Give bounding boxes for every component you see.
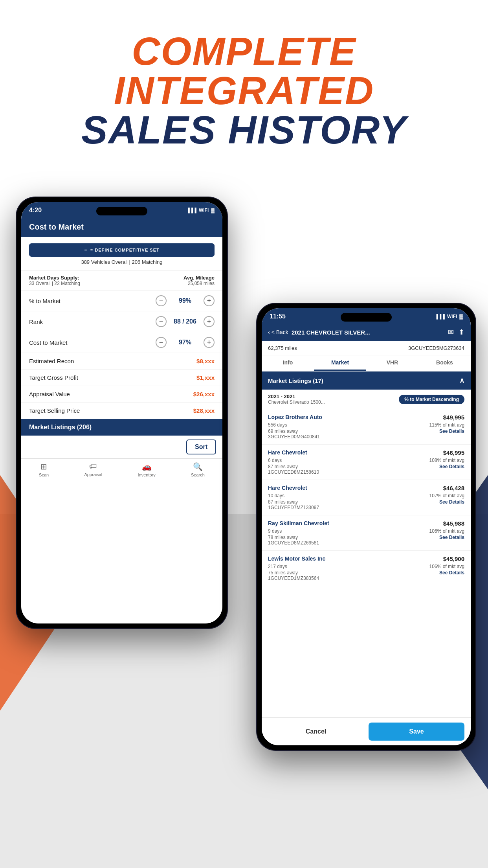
sort-button[interactable]: Sort (186, 440, 216, 454)
phone2-shell: 11:55 ▐▐▐ WiFi ▓ ‹ < Back 2021 CHEVROLET… (256, 303, 476, 751)
listing-days: 6 days (268, 458, 282, 463)
listing-distance: 87 miles away (268, 464, 319, 469)
percent-increase-btn[interactable]: + (204, 295, 215, 306)
nav-search-label: Search (191, 473, 205, 477)
phone2-screen: 11:55 ▐▐▐ WiFi ▓ ‹ < Back 2021 CHEVROLET… (262, 308, 471, 745)
listing-price: $45,988 (443, 520, 464, 527)
tab-vhr[interactable]: VHR (366, 355, 418, 371)
phone1-header: Cost to Market (21, 217, 222, 237)
market-listings-title: Market Listings (206) (29, 424, 92, 430)
nav-scan-label: Scan (39, 473, 49, 477)
estimated-recon-value: $8,xxx (196, 358, 215, 364)
define-competitive-set-button[interactable]: ≡ ≡ DEFINE COMPETITIVE SET (29, 243, 215, 257)
dealer-name[interactable]: Hare Chevrolet (268, 485, 307, 491)
save-button[interactable]: Save (369, 723, 464, 741)
percent-to-market-controls: − 99% + (156, 295, 215, 306)
nav-appraisal[interactable]: 🏷 Appraisal (84, 462, 102, 477)
wifi-icon: WiFi (199, 208, 209, 213)
phone2-time: 11:55 (270, 313, 286, 320)
cost-to-market-label: Cost to Market (29, 339, 68, 346)
dealer-name[interactable]: Ray Skillman Chevrolet (268, 520, 329, 526)
ctm-increase-btn[interactable]: + (204, 337, 215, 348)
listings-container: Lopez Brothers Auto $49,995 556 days 115… (262, 409, 471, 717)
nav-search[interactable]: 🔍 Search (191, 462, 205, 477)
listing-distance: 69 miles away (268, 428, 320, 434)
see-details-link[interactable]: See Details (439, 570, 464, 581)
avg-mileage-stat: Avg. Mileage 25,058 miles (183, 275, 215, 286)
listing-distance: 87 miles away (268, 499, 319, 505)
email-icon[interactable]: ✉ (448, 328, 454, 337)
inventory-icon: 🚗 (142, 462, 152, 471)
listing-distance: 78 miles away (268, 535, 319, 540)
listing-price: $45,900 (443, 555, 464, 562)
filter-info: 2021 - 2021 Chevrolet Silverado 1500... (268, 394, 325, 405)
listing-item: Hare Chevrolet $46,995 6 days 108% of mk… (262, 445, 471, 480)
appraisal-value: $26,xxx (193, 391, 215, 397)
see-details-link[interactable]: See Details (439, 535, 464, 546)
listing-days: 556 days (268, 422, 287, 428)
nav-inventory[interactable]: 🚗 Inventory (138, 462, 156, 477)
percent-to-market-value: 99% (171, 297, 199, 304)
listing-pct: 107% of mkt avg (429, 493, 464, 498)
listing-pct: 108% of mkt avg (429, 458, 464, 463)
ctm-decrease-btn[interactable]: − (156, 337, 167, 348)
hero-line2: SALES HISTORY (24, 110, 464, 149)
cancel-button[interactable]: Cancel (268, 723, 364, 741)
listing-distance: 75 miles away (268, 570, 319, 576)
target-gross-label: Target Gross Profit (29, 374, 78, 381)
market-stats: Market Days Supply: 33 Overall | 22 Matc… (21, 270, 222, 291)
cost-to-market-controls: − 97% + (156, 337, 215, 348)
rank-decrease-btn[interactable]: − (156, 316, 167, 327)
cost-to-market-title: Cost to Market (29, 223, 84, 231)
listing-item: Lewis Motor Sales Inc $45,900 217 days 1… (262, 551, 471, 586)
search-icon: 🔍 (193, 462, 203, 471)
percent-to-market-label: % to Market (29, 298, 61, 304)
rank-label: Rank (29, 318, 43, 325)
listing-vin: 1GCUYEED8MZ266581 (268, 540, 319, 546)
dealer-name[interactable]: Lopez Brothers Auto (268, 414, 322, 420)
phone2-notch (341, 313, 392, 322)
nav-scan[interactable]: ⊞ Scan (39, 462, 49, 477)
target-selling-row: Target Selling Price $28,xxx (21, 403, 222, 419)
hero-line1: COMPLETE INTEGRATED (24, 31, 464, 110)
filter-year: 2021 - 2021 (268, 394, 325, 399)
dealer-name[interactable]: Lewis Motor Sales Inc (268, 555, 325, 562)
nav-appraisal-label: Appraisal (84, 472, 102, 477)
rank-increase-btn[interactable]: + (204, 316, 215, 327)
see-details-link[interactable]: See Details (439, 464, 464, 475)
footer-buttons: Cancel Save (262, 717, 471, 745)
percent-decrease-btn[interactable]: − (156, 295, 167, 306)
estimated-recon-label: Estimated Recon (29, 358, 74, 364)
filter-badge[interactable]: % to Market Descending (399, 395, 464, 404)
avg-mileage-label: Avg. Mileage (183, 275, 215, 281)
listing-pct: 106% of mkt avg (429, 564, 464, 569)
tab-books[interactable]: Books (418, 355, 471, 371)
collapse-icon[interactable]: ∧ (459, 376, 464, 385)
rank-row: Rank − 88 / 206 + (21, 311, 222, 332)
cost-to-market-row: Cost to Market − 97% + (21, 332, 222, 353)
p2-signal-icon: ▐▐▐ (435, 314, 445, 319)
tab-info[interactable]: Info (262, 355, 314, 371)
phone1-shell: 4:20 ▐▐▐ WiFi ▓ Cost to Market ≡ ≡ DEFIN (16, 197, 228, 629)
percent-to-market-row: % to Market − 99% + (21, 291, 222, 311)
share-icon[interactable]: ⬆ (459, 328, 464, 337)
phone2-header: ‹ < Back 2021 CHEVROLET SILVER... ✉ ⬆ (262, 323, 471, 341)
nav-inventory-label: Inventory (138, 473, 156, 477)
cost-to-market-value: 97% (171, 339, 199, 346)
listing-price: $49,995 (443, 414, 464, 421)
phone1-status-icons: ▐▐▐ WiFi ▓ (187, 208, 215, 213)
appraisal-value-row: Appraisal Value $26,xxx (21, 386, 222, 403)
dealer-name[interactable]: Hare Chevrolet (268, 449, 307, 456)
target-selling-label: Target Selling Price (29, 407, 80, 414)
phone2-content: 11:55 ▐▐▐ WiFi ▓ ‹ < Back 2021 CHEVROLET… (262, 308, 471, 745)
back-button[interactable]: ‹ < Back (268, 329, 288, 335)
bottom-nav: ⊞ Scan 🏷 Appraisal 🚗 Inventory 🔍 Search (21, 458, 222, 479)
tab-market[interactable]: Market (314, 355, 366, 371)
see-details-link[interactable]: See Details (439, 499, 464, 510)
target-gross-row: Target Gross Profit $1,xxx (21, 370, 222, 386)
filter-row: 2021 - 2021 Chevrolet Silverado 1500... … (262, 390, 471, 409)
filter-icon: ≡ (84, 247, 87, 253)
avg-mileage-value: 25,058 miles (183, 281, 215, 286)
phone1-notch (96, 207, 147, 215)
see-details-link[interactable]: See Details (439, 428, 464, 440)
